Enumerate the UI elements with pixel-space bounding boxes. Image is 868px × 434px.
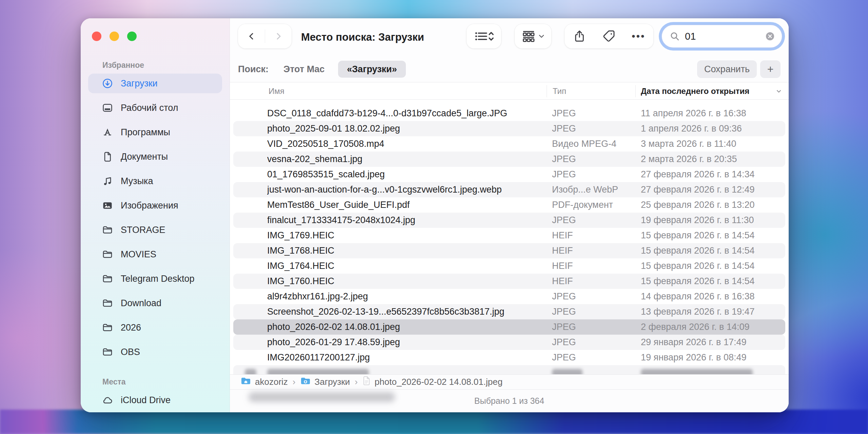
file-date: 15 февраля 2026 г. в 14:54	[635, 276, 789, 287]
sidebar-item-label: iCloud Drive	[121, 395, 171, 406]
path-item-label: photo_2026-02-02 14.08.01.jpeg	[375, 377, 502, 387]
file-type: JPEG	[547, 169, 635, 180]
more-button[interactable]: •••	[632, 24, 646, 48]
chevron-right-icon	[273, 31, 284, 42]
file-name: IMG20260117200127.jpg	[267, 352, 547, 363]
navigation-buttons	[238, 24, 292, 48]
finder-window: ИзбранноеЗагрузкиРабочий столПрограммыДо…	[81, 18, 789, 412]
sidebar-item-pictures[interactable]: Изображения	[88, 193, 222, 218]
scope-selected-pill[interactable]: «Загрузки»	[338, 61, 406, 78]
add-criteria-button[interactable]: +	[760, 60, 781, 78]
group-view-icon	[521, 29, 536, 43]
file-name: VID_20250518_170508.mp4	[267, 139, 547, 149]
file-name: photo_2026-02-02 14.08.01.jpeg	[267, 322, 547, 332]
column-divider[interactable]	[635, 85, 636, 97]
path-item[interactable]: akozoriz	[241, 376, 288, 388]
file-date: 2 февраля 2026 г. в 14:09	[635, 322, 789, 332]
thumb-cell	[245, 369, 267, 375]
sidebar-item-icloud-drive[interactable]: iCloud Drive	[88, 388, 222, 412]
thumb-cell	[245, 202, 267, 208]
sort-direction-button[interactable]	[775, 87, 783, 97]
table-row[interactable]: IMG_1760.HEICHEIF15 февраля 2026 г. в 14…	[230, 274, 789, 289]
path-item[interactable]: Загрузки	[300, 376, 350, 388]
sidebar-item-label: Документы	[121, 152, 168, 162]
file-date: 1 апреля 2026 г. в 09:36	[635, 123, 789, 134]
file-name: vesna-202_shema1.jpg	[267, 154, 547, 164]
table-row[interactable]: photo_2026-01-29 17.48.59.jpegJPEG29 янв…	[230, 335, 789, 350]
file-name: IMG_1769.HEIC	[267, 230, 547, 241]
blurred-text	[267, 369, 369, 375]
toolbar-actions: •••	[565, 24, 653, 48]
table-row[interactable]: photo_2026-02-02 14.08.01.jpegJPEG2 февр…	[230, 319, 789, 335]
music-icon	[102, 175, 113, 187]
table-row[interactable]: 01_1769853515_scaled.jpegJPEG27 февраля …	[230, 167, 789, 182]
file-name: MemTest86_User_Guide_UEFI.pdf	[267, 200, 547, 210]
sidebar-item-label: 2026	[121, 322, 141, 333]
view-list-button[interactable]	[467, 24, 501, 48]
sidebar-item-label: Рабочий стол	[121, 103, 178, 113]
minimize-button[interactable]	[110, 32, 119, 41]
blurred-text	[641, 369, 753, 375]
table-row[interactable]: DSC_0118_cdafdd73-b129-4...0-d31b97ccade…	[230, 106, 789, 121]
blurred-text	[552, 369, 583, 375]
file-icon	[362, 376, 371, 388]
sidebar-item-movies[interactable]: MOVIES	[88, 242, 222, 267]
selection-status: Выбрано 1 из 364	[474, 396, 544, 406]
table-row[interactable]: VID_20250518_170508.mp4Видео MPEG-43 мар…	[230, 136, 789, 152]
zoom-button[interactable]	[127, 32, 137, 41]
table-row[interactable]: al9r4zbhxr161.jpg-2.jpegJPEG14 февраля 2…	[230, 289, 789, 304]
column-header-date[interactable]: Дата последнего открытия	[641, 82, 749, 100]
scope-option[interactable]: Этот Mac	[283, 64, 324, 74]
table-header: Имя Тип Дата последнего открытия	[230, 82, 789, 100]
sidebar-item-downloads[interactable]: Загрузки	[88, 74, 222, 93]
sidebar-item-telegram-desktop[interactable]: Telegram Desktop	[88, 267, 222, 291]
table-row[interactable]: IMG_1764.HEICHEIF15 февраля 2026 г. в 14…	[230, 258, 789, 274]
save-search-button[interactable]: Сохранить	[697, 60, 757, 78]
file-type: HEIF	[547, 230, 635, 241]
sidebar-item-storage[interactable]: STORAGE	[88, 218, 222, 242]
clear-search-button[interactable]	[765, 31, 775, 41]
file-list: DSC_0118_cdafdd73-b129-4...0-d31b97ccade…	[230, 100, 789, 374]
file-date: 13 февраля 2026 г. в 19:47	[635, 307, 789, 317]
search-input[interactable]	[685, 31, 765, 42]
tag-button[interactable]	[602, 24, 616, 48]
forward-button[interactable]	[265, 24, 292, 48]
table-row[interactable]: IMG_1768.HEICHEIF15 февраля 2026 г. в 14…	[230, 243, 789, 258]
sidebar-item-2026[interactable]: 2026	[88, 315, 222, 340]
sidebar-item-music[interactable]: Музыка	[88, 169, 222, 193]
file-date: 15 февраля 2026 г. в 14:54	[635, 245, 789, 256]
file-type: JPEG	[547, 108, 635, 119]
table-row[interactable]: finalcut_1713334175-2048x1024.jpgJPEG19 …	[230, 213, 789, 228]
sidebar-item-obs[interactable]: OBS	[88, 340, 222, 364]
path-item[interactable]: photo_2026-02-02 14.08.01.jpeg	[362, 376, 502, 388]
file-type: JPEG	[547, 337, 635, 348]
sidebar-item-desktop[interactable]: Рабочий стол	[88, 96, 222, 120]
sidebar-item-applications[interactable]: Программы	[88, 120, 222, 144]
table-row[interactable]: vesna-202_shema1.jpgJPEG2 марта 2026 г. …	[230, 152, 789, 167]
close-button[interactable]	[92, 32, 101, 41]
file-type: HEIF	[547, 245, 635, 256]
file-type: JPEG	[547, 123, 635, 134]
column-header-type[interactable]: Тип	[553, 82, 566, 100]
table-row[interactable]: IMG_1769.HEICHEIF15 февраля 2026 г. в 14…	[230, 228, 789, 243]
path-item-label: akozoriz	[255, 377, 288, 387]
chevron-down-icon	[538, 33, 545, 40]
pictures-icon	[102, 200, 113, 211]
list-view-sort-icon	[473, 29, 494, 43]
file-name: IMG_1768.HEIC	[267, 245, 547, 256]
sidebar: ИзбранноеЗагрузкиРабочий столПрограммыДо…	[81, 18, 230, 412]
folder-download-icon	[300, 376, 311, 388]
table-row[interactable]: MemTest86_User_Guide_UEFI.pdfPDF-докумен…	[230, 197, 789, 213]
sidebar-item-download[interactable]: Download	[88, 291, 222, 315]
table-row[interactable]: IMG20260117200127.jpgJPEG19 января 2026 …	[230, 350, 789, 365]
group-by-button[interactable]	[515, 24, 551, 48]
sidebar-item-documents[interactable]: Документы	[88, 144, 222, 169]
table-row[interactable]: photo_2025-09-01 18.02.02.jpegJPEG1 апре…	[230, 121, 789, 136]
share-button[interactable]	[573, 24, 586, 48]
back-button[interactable]	[238, 24, 265, 48]
file-date: 29 января 2026 г. в 17:49	[635, 337, 789, 348]
table-row[interactable]: just-won-an-auction-for-a-g...v0-1cgszvw…	[230, 182, 789, 197]
table-row[interactable]: Screenshot_2026-02-13-19...e5652397fc8b5…	[230, 304, 789, 319]
column-header-name[interactable]: Имя	[269, 82, 284, 100]
column-divider[interactable]	[547, 85, 547, 97]
